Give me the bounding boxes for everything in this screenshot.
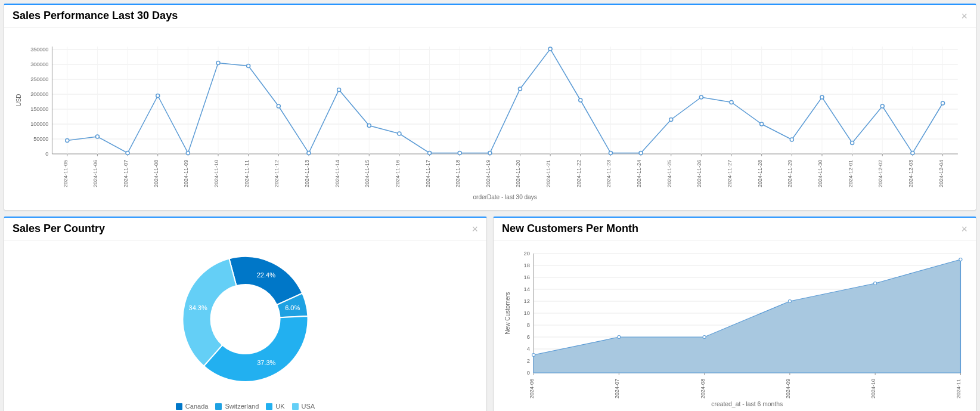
svg-point-138: [941, 101, 945, 105]
svg-text:orderDate - last 30 days: orderDate - last 30 days: [473, 194, 537, 200]
legend-label: UK: [275, 403, 284, 410]
svg-text:2024-11-05: 2024-11-05: [63, 160, 69, 187]
svg-point-136: [880, 104, 884, 108]
svg-text:0: 0: [45, 151, 48, 157]
svg-text:2024-12-02: 2024-12-02: [877, 160, 883, 187]
svg-point-114: [216, 61, 220, 65]
legend-label: USA: [302, 403, 315, 410]
svg-text:20: 20: [523, 251, 529, 257]
svg-point-171: [703, 336, 706, 339]
svg-text:18: 18: [523, 262, 529, 268]
legend-swatch: [292, 403, 299, 410]
svg-text:6: 6: [527, 334, 530, 340]
legend: CanadaSwitzerlandUKUSA: [10, 399, 480, 411]
svg-text:12: 12: [523, 298, 529, 304]
svg-text:10: 10: [523, 310, 529, 316]
svg-text:150000: 150000: [30, 106, 48, 112]
legend-item[interactable]: USA: [292, 403, 315, 410]
legend-swatch: [176, 403, 182, 410]
svg-point-113: [186, 152, 190, 155]
legend-item[interactable]: Switzerland: [215, 403, 259, 410]
svg-text:2024-11-11: 2024-11-11: [244, 160, 250, 187]
close-icon[interactable]: ×: [961, 11, 967, 21]
svg-point-173: [874, 282, 877, 285]
svg-text:300000: 300000: [30, 61, 48, 67]
svg-text:50000: 50000: [33, 136, 48, 142]
panel-new-customers: New Customers Per Month × 02468101214161…: [493, 217, 976, 411]
svg-point-132: [760, 122, 764, 126]
svg-text:2024-11-19: 2024-11-19: [485, 160, 491, 187]
svg-text:2024-12-04: 2024-12-04: [938, 160, 944, 187]
svg-text:2024-11-08: 2024-11-08: [153, 160, 159, 187]
svg-text:2024-11-29: 2024-11-29: [787, 160, 793, 187]
svg-text:2024-11-15: 2024-11-15: [364, 160, 370, 187]
svg-point-123: [488, 152, 492, 155]
svg-point-130: [699, 95, 703, 99]
svg-point-120: [398, 132, 401, 135]
svg-text:2024-11: 2024-11: [956, 379, 962, 398]
svg-text:2024-11-18: 2024-11-18: [455, 160, 461, 187]
chart-new-customers[interactable]: 02468101214161820New Customers2024-06202…: [500, 248, 970, 409]
svg-text:New Customers: New Customers: [504, 292, 510, 334]
chart-sales-country[interactable]: 22.4%6.0%37.3%34.3%: [10, 248, 480, 397]
svg-point-174: [959, 258, 962, 261]
svg-text:2024-11-16: 2024-11-16: [395, 160, 401, 187]
svg-text:created_at - last 6 months: created_at - last 6 months: [711, 401, 783, 407]
svg-text:8: 8: [527, 322, 530, 328]
svg-point-125: [548, 47, 552, 51]
svg-point-127: [609, 152, 612, 155]
svg-text:2024-11-10: 2024-11-10: [213, 160, 219, 187]
close-icon[interactable]: ×: [472, 224, 478, 234]
svg-text:2024-11-06: 2024-11-06: [92, 160, 98, 187]
svg-text:2024-08: 2024-08: [699, 379, 705, 398]
svg-point-117: [307, 152, 311, 155]
svg-point-119: [367, 124, 371, 128]
svg-text:2024-06: 2024-06: [529, 379, 535, 398]
svg-point-118: [337, 88, 341, 92]
svg-text:2024-11-25: 2024-11-25: [666, 160, 672, 187]
close-icon[interactable]: ×: [961, 224, 967, 234]
svg-text:2024-11-14: 2024-11-14: [334, 160, 340, 187]
svg-text:2024-11-17: 2024-11-17: [425, 160, 431, 187]
panel-header: New Customers Per Month ×: [494, 218, 976, 240]
legend-item[interactable]: UK: [266, 403, 284, 410]
svg-point-109: [66, 139, 69, 143]
chart-sales-30[interactable]: 0500001000001500002000002500003000003500…: [10, 35, 970, 202]
svg-point-111: [126, 152, 129, 155]
svg-point-121: [428, 152, 432, 155]
svg-text:4: 4: [527, 346, 530, 352]
panel-body: 0500001000001500002000002500003000003500…: [4, 27, 976, 210]
svg-text:2024-11-21: 2024-11-21: [545, 160, 551, 187]
svg-text:16: 16: [523, 274, 529, 280]
svg-text:2024-11-23: 2024-11-23: [606, 160, 612, 187]
panel-title: Sales Per Country: [13, 223, 105, 235]
svg-text:2024-11-12: 2024-11-12: [274, 160, 280, 187]
svg-point-131: [730, 101, 733, 104]
svg-text:2024-11-13: 2024-11-13: [304, 160, 310, 187]
svg-point-129: [669, 118, 673, 122]
panel-sales-30: Sales Performance Last 30 Days × 0500001…: [4, 4, 976, 211]
svg-text:2024-11-07: 2024-11-07: [123, 160, 129, 187]
svg-point-116: [277, 104, 280, 108]
svg-text:2024-11-24: 2024-11-24: [636, 160, 642, 187]
legend-label: Switzerland: [225, 403, 259, 410]
svg-text:2024-10: 2024-10: [870, 379, 876, 398]
svg-text:USD: USD: [15, 94, 22, 106]
svg-point-126: [579, 98, 582, 102]
svg-text:2024-07: 2024-07: [614, 379, 620, 398]
panel-title: Sales Performance Last 30 Days: [13, 10, 178, 22]
svg-text:2024-11-26: 2024-11-26: [696, 160, 702, 187]
svg-point-135: [851, 141, 854, 145]
panel-body: 02468101214161820New Customers2024-06202…: [494, 240, 976, 411]
svg-text:14: 14: [523, 286, 529, 292]
panel-body: 22.4%6.0%37.3%34.3% CanadaSwitzerlandUKU…: [4, 240, 486, 411]
svg-text:34.3%: 34.3%: [189, 304, 207, 311]
svg-text:2024-09: 2024-09: [785, 379, 791, 398]
svg-point-122: [458, 152, 461, 155]
svg-point-137: [911, 152, 914, 155]
svg-point-115: [247, 64, 250, 68]
svg-text:2024-12-01: 2024-12-01: [848, 160, 854, 187]
svg-point-169: [532, 354, 535, 357]
legend-item[interactable]: Canada: [176, 403, 209, 410]
panel-title: New Customers Per Month: [502, 223, 638, 235]
